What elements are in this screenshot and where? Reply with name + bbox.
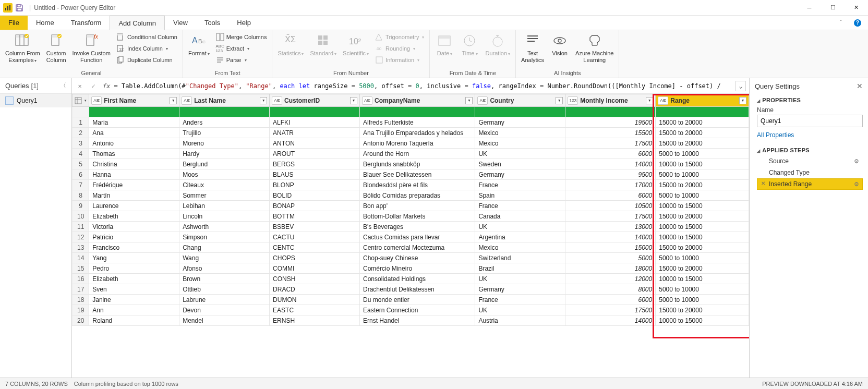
- cell[interactable]: 15000 to 20000: [656, 117, 749, 128]
- cell[interactable]: Ana: [89, 128, 179, 138]
- row-number[interactable]: 17: [73, 284, 89, 295]
- cell[interactable]: Ernst Handel: [360, 315, 475, 326]
- cell[interactable]: Germany: [475, 284, 565, 295]
- cell[interactable]: France: [475, 180, 565, 190]
- table-row[interactable]: 1MariaAndersALFKIAlfreds FutterkisteGerm…: [73, 117, 749, 128]
- window-close-button[interactable]: ✕: [845, 0, 868, 16]
- cell[interactable]: 14000: [565, 232, 656, 242]
- row-number[interactable]: 5: [73, 159, 89, 169]
- cell[interactable]: Ottlieb: [179, 284, 270, 295]
- cell[interactable]: 5000 to 10000: [656, 284, 749, 295]
- applied-step[interactable]: ✕Inserted Range⚙: [757, 178, 863, 190]
- cell[interactable]: Janine: [89, 295, 179, 305]
- cell[interactable]: Antonio: [89, 138, 179, 149]
- row-number[interactable]: 6: [73, 169, 89, 180]
- cell[interactable]: Afonso: [179, 263, 270, 274]
- window-minimize-button[interactable]: ─: [798, 0, 821, 16]
- azure-ml-button[interactable]: Azure MachineLearning: [573, 31, 616, 64]
- row-number[interactable]: 4: [73, 149, 89, 159]
- cell[interactable]: 15000 to 20000: [656, 305, 749, 315]
- cell[interactable]: Canada: [475, 211, 565, 222]
- cell[interactable]: B's Beverages: [360, 222, 475, 232]
- cell[interactable]: ERNSH: [270, 315, 360, 326]
- formula-accept-icon[interactable]: ✓: [89, 82, 98, 90]
- cell[interactable]: Chang: [179, 242, 270, 253]
- cell[interactable]: UK: [475, 222, 565, 232]
- column-filter-icon[interactable]: ▼: [739, 97, 746, 104]
- tab-add-column[interactable]: Add Column: [110, 16, 165, 30]
- table-row[interactable]: 2AnaTrujilloANATRAna Trujillo Emparedado…: [73, 128, 749, 138]
- column-header[interactable]: ABCCustomerID▼: [270, 94, 360, 107]
- table-row[interactable]: 5ChristinaBerglundBERGSBerglunds snabbkö…: [73, 159, 749, 169]
- extract-button[interactable]: ABC123Extract: [214, 43, 269, 54]
- column-filter-icon[interactable]: ▼: [465, 97, 473, 104]
- cell[interactable]: 5000 to 10000: [656, 190, 749, 201]
- cell[interactable]: France: [475, 295, 565, 305]
- cell[interactable]: Anders: [179, 117, 270, 128]
- cell[interactable]: Du monde entier: [360, 295, 475, 305]
- cell[interactable]: Pedro: [89, 263, 179, 274]
- row-number[interactable]: 13: [73, 242, 89, 253]
- ribbon-collapse-icon[interactable]: ˆ: [835, 16, 847, 30]
- cell[interactable]: Eastern Connection: [360, 305, 475, 315]
- cell[interactable]: 10000 to 15000: [656, 274, 749, 284]
- cell[interactable]: Wang: [179, 253, 270, 263]
- column-filter-icon[interactable]: ▼: [646, 97, 653, 104]
- cell[interactable]: Labrune: [179, 295, 270, 305]
- cell[interactable]: Bólido Comidas preparadas: [360, 190, 475, 201]
- cell[interactable]: Patricio: [89, 232, 179, 242]
- cell[interactable]: Argentina: [475, 232, 565, 242]
- cell[interactable]: Centro comercial Moctezuma: [360, 242, 475, 253]
- cell[interactable]: 13000: [565, 222, 656, 232]
- cell[interactable]: 8000: [565, 284, 656, 295]
- cell[interactable]: 9500: [565, 169, 656, 180]
- cell[interactable]: CONSH: [270, 274, 360, 284]
- cell[interactable]: Christina: [89, 159, 179, 169]
- cell[interactable]: Cactus Comidas para llevar: [360, 232, 475, 242]
- cell[interactable]: BERGS: [270, 159, 360, 169]
- format-button[interactable]: ABC Format: [186, 31, 212, 58]
- column-header[interactable]: ABCRange▼: [656, 94, 749, 107]
- tab-tools[interactable]: Tools: [196, 16, 228, 30]
- cell[interactable]: AROUT: [270, 149, 360, 159]
- cell[interactable]: Ashworth: [179, 222, 270, 232]
- cell[interactable]: Lincoln: [179, 211, 270, 222]
- cell[interactable]: 14000: [565, 159, 656, 169]
- cell[interactable]: Simpson: [179, 232, 270, 242]
- parse-button[interactable]: Parse: [214, 54, 269, 66]
- cell[interactable]: 17500: [565, 305, 656, 315]
- column-type-icon[interactable]: ABC: [272, 96, 282, 105]
- cell[interactable]: Mexico: [475, 242, 565, 253]
- cell[interactable]: Consolidated Holdings: [360, 274, 475, 284]
- cell[interactable]: UK: [475, 274, 565, 284]
- cell[interactable]: COMMI: [270, 263, 360, 274]
- cell[interactable]: Chop-suey Chinese: [360, 253, 475, 263]
- cell[interactable]: Ana Trujillo Emparedados y helados: [360, 128, 475, 138]
- cell[interactable]: Antonio Moreno Taquería: [360, 138, 475, 149]
- cell[interactable]: Moreno: [179, 138, 270, 149]
- cell[interactable]: Alfreds Futterkiste: [360, 117, 475, 128]
- cell[interactable]: Trujillo: [179, 128, 270, 138]
- cell[interactable]: 15000 to 20000: [656, 242, 749, 253]
- table-row[interactable]: 13FranciscoChangCENTCCentro comercial Mo…: [73, 242, 749, 253]
- table-row[interactable]: 7FrédériqueCiteauxBLONPBlondesddsl père …: [73, 180, 749, 190]
- cell[interactable]: 5000: [565, 253, 656, 263]
- cell[interactable]: ANTON: [270, 138, 360, 149]
- table-row[interactable]: 16ElizabethBrownCONSHConsolidated Holdin…: [73, 274, 749, 284]
- tab-help[interactable]: Help: [228, 16, 259, 30]
- delete-step-icon[interactable]: ✕: [760, 180, 767, 188]
- data-grid[interactable]: ▾ ABCFirst Name▼ABCLast Name▼ABCCustomer…: [72, 94, 749, 326]
- help-button[interactable]: ?: [847, 16, 868, 30]
- cell[interactable]: Bon app': [360, 201, 475, 211]
- cell[interactable]: UK: [475, 305, 565, 315]
- cell[interactable]: Citeaux: [179, 180, 270, 190]
- cell[interactable]: 15000 to 20000: [656, 263, 749, 274]
- column-from-examples-button[interactable]: Column FromExamples: [3, 31, 42, 64]
- applied-steps-heading[interactable]: APPLIED STEPS: [757, 147, 863, 153]
- column-type-icon[interactable]: 123: [568, 96, 578, 105]
- column-type-icon[interactable]: ABC: [477, 96, 488, 105]
- cell[interactable]: 10000 to 15000: [656, 159, 749, 169]
- cell[interactable]: 10000 to 15000: [656, 232, 749, 242]
- step-gear-icon[interactable]: ⚙: [854, 181, 859, 188]
- cell[interactable]: 18000: [565, 263, 656, 274]
